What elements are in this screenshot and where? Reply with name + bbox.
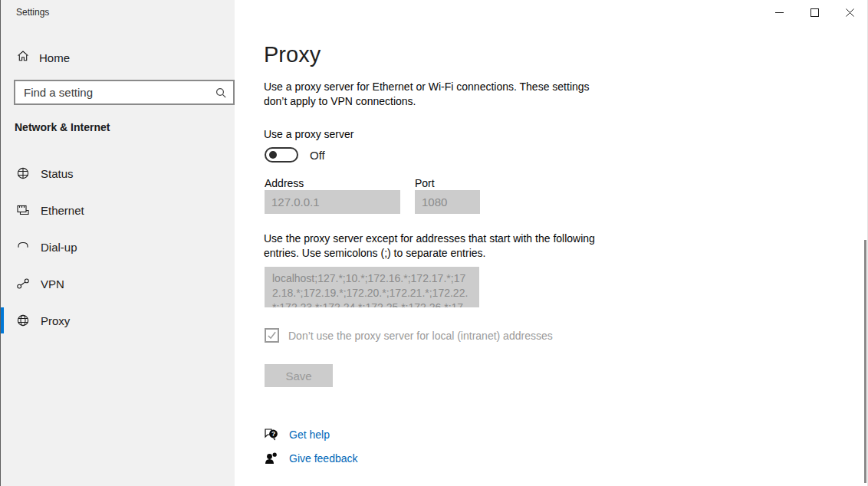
give-feedback-link-row: Give feedback	[264, 452, 358, 465]
search-icon[interactable]	[215, 87, 226, 98]
sidebar-item-proxy[interactable]: Proxy	[1, 302, 235, 339]
save-button[interactable]: Save	[265, 364, 333, 387]
get-help-icon: ?	[264, 428, 278, 441]
sidebar-item-ethernet[interactable]: Ethernet	[1, 192, 235, 228]
address-label: Address	[265, 177, 304, 189]
search-box	[14, 80, 235, 105]
vpn-icon	[15, 277, 31, 291]
window-controls	[761, 0, 867, 25]
sidebar-item-vpn[interactable]: VPN	[1, 265, 235, 302]
status-icon	[15, 166, 31, 180]
close-button[interactable]	[832, 0, 867, 25]
search-input[interactable]	[22, 85, 215, 100]
proxy-icon	[15, 314, 31, 327]
sidebar-section-header: Network & Internet	[15, 121, 110, 133]
svg-text:?: ?	[271, 430, 275, 438]
window-title: Settings	[16, 7, 49, 18]
exceptions-field[interactable]: localhost;127.*;10.*;172.16.*;172.17.*;1…	[265, 267, 479, 307]
proxy-intro-text: Use a proxy server for Ethernet or Wi-Fi…	[264, 80, 599, 109]
sidebar-item-label: Dial-up	[41, 241, 77, 254]
local-addresses-checkbox-row: Don’t use the proxy server for local (in…	[265, 328, 553, 343]
address-field[interactable]	[265, 190, 400, 214]
maximize-button[interactable]	[797, 0, 832, 25]
sidebar-item-dialup[interactable]: Dial-up	[1, 228, 235, 265]
sidebar-item-home[interactable]: Home	[1, 44, 235, 71]
exceptions-description: Use the proxy server except for addresse…	[264, 232, 624, 261]
scrollbar-thumb[interactable]	[864, 240, 866, 483]
sidebar-item-label: VPN	[41, 277, 64, 291]
sidebar-item-label: Proxy	[41, 314, 70, 327]
page-title: Proxy	[264, 42, 321, 67]
sidebar-item-label: Ethernet	[41, 204, 84, 217]
ethernet-icon	[15, 203, 31, 217]
settings-window: Settings Home Network & Internet	[0, 0, 868, 486]
toggle-knob	[269, 151, 277, 159]
toggle-state-label: Off	[310, 149, 325, 162]
get-help-link[interactable]: Get help	[289, 429, 330, 441]
give-feedback-icon	[264, 452, 278, 465]
sidebar-item-label: Status	[41, 167, 74, 180]
local-addresses-checkbox[interactable]	[265, 328, 279, 343]
use-proxy-server-label: Use a proxy server	[264, 128, 353, 140]
local-addresses-checkbox-label: Don’t use the proxy server for local (in…	[288, 330, 553, 342]
dialup-icon	[15, 240, 31, 254]
use-proxy-server-toggle-row: Off	[265, 147, 325, 163]
sidebar-item-label: Home	[39, 51, 70, 64]
selected-accent-bar	[1, 307, 4, 333]
give-feedback-link[interactable]: Give feedback	[289, 452, 358, 465]
use-proxy-server-toggle[interactable]	[265, 147, 298, 163]
home-icon	[17, 50, 29, 65]
get-help-link-row: ? Get help	[264, 428, 330, 441]
main-panel: Proxy Use a proxy server for Ethernet or…	[235, 0, 867, 486]
sidebar-nav: Status Ethernet	[1, 155, 235, 339]
minimize-button[interactable]	[761, 0, 797, 25]
sidebar-item-status[interactable]: Status	[1, 155, 235, 192]
sidebar: Settings Home Network & Internet	[1, 0, 235, 486]
port-field[interactable]	[415, 190, 480, 214]
port-label: Port	[415, 177, 435, 189]
